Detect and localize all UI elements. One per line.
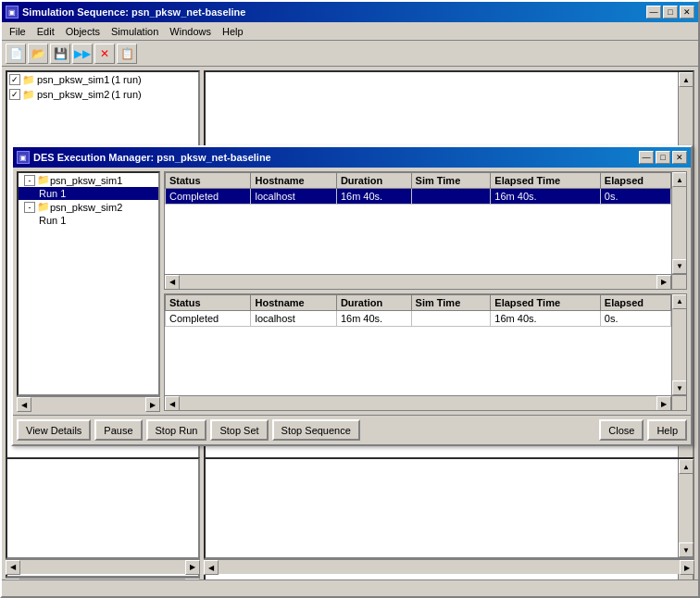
sim2-tree-icon: 📁 xyxy=(37,201,50,213)
dialog-maximize-btn[interactable]: □ xyxy=(656,151,670,164)
results-table1-scroll: Status Hostname Duration Sim Time Elapse… xyxy=(165,172,686,289)
sim2-expander[interactable]: - xyxy=(24,202,35,213)
menu-help[interactable]: Help xyxy=(217,24,249,39)
bl-scroll-right[interactable]: ▶ xyxy=(185,560,200,575)
br-hscroll: ◀ ▶ xyxy=(204,559,694,574)
bottom-left-panel: ◀ ▶ xyxy=(6,457,200,574)
col-elapsed2-2: Elapsed xyxy=(600,294,670,310)
table2-hscroll: ◀ ▶ xyxy=(165,395,671,410)
br-scroll-left[interactable]: ◀ xyxy=(204,560,219,575)
t2r1-status: Completed xyxy=(166,310,251,326)
col-simtime-1: Sim Time xyxy=(411,173,491,189)
t1r1-hostname: localhost xyxy=(251,189,336,205)
col-hostname-2: Hostname xyxy=(251,294,336,310)
t1-scroll-right[interactable]: ▶ xyxy=(656,275,671,290)
t1r1-status: Completed xyxy=(166,189,251,205)
menu-objects[interactable]: Objects xyxy=(60,24,106,39)
save-button[interactable]: 💾 xyxy=(50,44,70,64)
col-status-1: Status xyxy=(166,173,251,189)
sim1-checkbox[interactable]: ✓ xyxy=(9,74,20,85)
bottom-left-content xyxy=(6,457,200,559)
stop-run-button[interactable]: Stop Run xyxy=(146,419,207,441)
col-status-2: Status xyxy=(166,294,251,310)
dialog-icon: ▣ xyxy=(17,151,30,164)
dialog-sim1-item[interactable]: - 📁 psn_pksw_sim1 xyxy=(19,173,158,187)
sim2-sub: (1 run) xyxy=(111,89,141,100)
t2-scroll-up[interactable]: ▲ xyxy=(672,294,687,309)
close-dialog-button[interactable]: Close xyxy=(599,419,644,441)
t2r1-hostname: localhost xyxy=(251,310,336,326)
sim1-sub: (1 run) xyxy=(111,74,141,85)
sim2-folder-icon: 📁 xyxy=(22,88,35,101)
stop-button[interactable]: ✕ xyxy=(94,44,115,64)
bottom-right-content: ▲ ▼ xyxy=(204,457,694,559)
dialog-content: - 📁 psn_pksw_sim1 Run 1 - 📁 psn_pk xyxy=(13,168,691,415)
results-table1: Status Hostname Duration Sim Time Elapse… xyxy=(165,172,671,205)
sim1-label: psn_pksw_sim1 xyxy=(37,74,109,85)
sim2-label: psn_pksw_sim2 xyxy=(37,89,109,100)
t1-scroll-up[interactable]: ▲ xyxy=(672,172,687,187)
bl-scroll-left[interactable]: ◀ xyxy=(6,560,20,575)
menu-simulation[interactable]: Simulation xyxy=(106,24,164,39)
maximize-button[interactable]: □ xyxy=(663,6,678,19)
info-button[interactable]: 📋 xyxy=(117,44,137,64)
new-button[interactable]: 📄 xyxy=(6,44,26,64)
main-title-bar: ▣ Simulation Sequence: psn_pksw_net-base… xyxy=(2,2,698,22)
t2-scroll-right[interactable]: ▶ xyxy=(656,396,671,411)
dialog-title-bar: ▣ DES Execution Manager: psn_pksw_net-ba… xyxy=(13,147,691,168)
br-scroll-up[interactable]: ▲ xyxy=(679,459,694,474)
dialog-sim1-label: psn_pksw_sim1 xyxy=(50,175,122,186)
dialog-run2-1-label: Run 1 xyxy=(39,215,66,226)
table1-vscroll: ▲ ▼ xyxy=(671,172,686,274)
main-window: ▣ Simulation Sequence: psn_pksw_net-base… xyxy=(0,0,700,598)
view-details-button[interactable]: View Details xyxy=(17,419,91,441)
col-duration-2: Duration xyxy=(336,294,411,310)
menu-windows[interactable]: Windows xyxy=(164,24,217,39)
toolbar: 📄 📂 💾 ▶▶ ✕ 📋 xyxy=(2,41,698,67)
main-window-icon: ▣ xyxy=(6,6,19,19)
des-dialog: ▣ DES Execution Manager: psn_pksw_net-ba… xyxy=(11,145,693,446)
dialog-run1-1-item[interactable]: Run 1 xyxy=(19,187,158,200)
t1r1-duration: 16m 40s. xyxy=(336,189,411,205)
stop-sequence-button[interactable]: Stop Sequence xyxy=(272,419,360,441)
sim1-folder-icon: 📁 xyxy=(22,73,35,86)
tree-scroll-right[interactable]: ▶ xyxy=(145,397,160,412)
menu-file[interactable]: File xyxy=(4,24,31,39)
col-hostname-1: Hostname xyxy=(251,173,336,189)
bottom-panels: ◀ ▶ ▲ ▼ ◀ ▶ xyxy=(2,457,698,578)
table2-row1[interactable]: Completed localhost 16m 40s. 16m 40s. 0s… xyxy=(166,310,671,326)
minimize-button[interactable]: — xyxy=(646,6,661,19)
menu-edit[interactable]: Edit xyxy=(31,24,60,39)
dialog-minimize-btn[interactable]: — xyxy=(639,151,654,164)
col-elapsed2-1: Elapsed xyxy=(600,173,670,189)
close-button[interactable]: ✕ xyxy=(680,6,694,19)
table2-vscroll: ▲ ▼ xyxy=(671,294,686,396)
results-table2-scroll: Status Hostname Duration Sim Time Elapse… xyxy=(165,294,686,411)
run-button[interactable]: ▶▶ xyxy=(72,44,93,64)
t2r1-duration: 16m 40s. xyxy=(336,310,411,326)
t2r1-elapsed: 16m 40s. xyxy=(491,310,601,326)
pause-button[interactable]: Pause xyxy=(94,419,142,441)
sim1-item[interactable]: ✓ 📁 psn_pksw_sim1 (1 run) xyxy=(7,72,198,87)
br-scroll-right2[interactable]: ▶ xyxy=(680,560,694,575)
t2-scroll-left[interactable]: ◀ xyxy=(165,396,180,411)
help-dialog-button[interactable]: Help xyxy=(647,419,687,441)
dialog-run2-1-item[interactable]: Run 1 xyxy=(19,214,158,227)
stop-set-button[interactable]: Stop Set xyxy=(210,419,268,441)
table1-row1[interactable]: Completed localhost 16m 40s. 16m 40s. 0s… xyxy=(166,189,671,205)
t1-scroll-left[interactable]: ◀ xyxy=(165,275,180,290)
main-window-title: Simulation Sequence: psn_pksw_net-baseli… xyxy=(22,6,245,18)
open-button[interactable]: 📂 xyxy=(28,44,48,64)
tree-scroll-left[interactable]: ◀ xyxy=(17,397,31,412)
sim2-item[interactable]: ✓ 📁 psn_pksw_sim2 (1 run) xyxy=(7,87,198,102)
sim2-checkbox[interactable]: ✓ xyxy=(9,89,20,100)
dialog-sim2-item[interactable]: - 📁 psn_pksw_sim2 xyxy=(19,200,158,214)
t2r1-simtime xyxy=(411,310,491,326)
sim1-expander[interactable]: - xyxy=(24,175,35,186)
t1-scroll-down[interactable]: ▼ xyxy=(672,259,687,274)
right-scroll-up[interactable]: ▲ xyxy=(679,72,693,87)
t2-scroll-down[interactable]: ▼ xyxy=(672,380,687,395)
br-scroll-down[interactable]: ▼ xyxy=(679,542,694,557)
dialog-close-btn[interactable]: ✕ xyxy=(672,151,687,164)
table1-header-row: Status Hostname Duration Sim Time Elapse… xyxy=(166,173,671,189)
